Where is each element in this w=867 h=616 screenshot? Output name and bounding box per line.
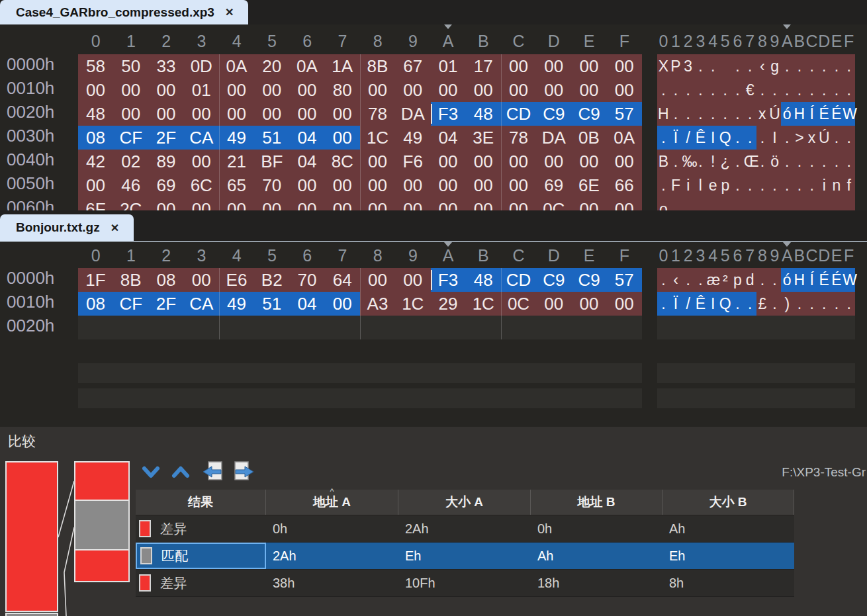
ascii-char[interactable]: .	[682, 197, 694, 210]
ascii-char[interactable]: .	[831, 292, 843, 316]
ascii-char[interactable]: .	[731, 150, 744, 173]
ascii-char[interactable]: .	[831, 54, 843, 78]
ascii-char[interactable]: .	[781, 78, 794, 102]
ascii-char[interactable]: .	[831, 197, 843, 210]
ascii-char[interactable]: .	[768, 197, 781, 210]
hex-byte[interactable]: 51	[254, 292, 289, 316]
ascii-char[interactable]: .	[794, 54, 806, 78]
table-row[interactable]: 差异38h10Fh18h8h	[136, 570, 794, 597]
hex-byte[interactable]: 1C	[395, 292, 430, 316]
ascii-char[interactable]: É	[818, 268, 831, 292]
column-header-0[interactable]: 结果	[136, 490, 266, 515]
hex-byte[interactable]: 67	[395, 54, 430, 78]
ascii-char[interactable]: n	[831, 173, 843, 197]
ascii-char[interactable]: £	[756, 292, 769, 316]
hex-byte[interactable]: F3	[431, 268, 466, 292]
ascii-char[interactable]: )	[781, 292, 794, 316]
hex-byte[interactable]: 00	[254, 197, 289, 210]
ascii-char[interactable]: /	[682, 126, 694, 150]
tab-file-b[interactable]: Bonjour.txt.gz ✕	[0, 214, 134, 241]
tab-file-a[interactable]: Case4_GARbro_compressed.xp3 ✕	[0, 0, 248, 24]
ascii-char[interactable]: .	[768, 268, 781, 292]
ascii-char[interactable]: É	[831, 268, 843, 292]
hex-byte[interactable]: 00	[572, 54, 607, 78]
ascii-char[interactable]: .	[744, 197, 756, 210]
hex-byte[interactable]: CF	[113, 292, 148, 316]
hex-byte[interactable]: 70	[290, 268, 325, 292]
hex-byte[interactable]: 00	[254, 78, 289, 102]
hex-byte[interactable]: 46	[113, 173, 148, 197]
ascii-char[interactable]: ‰	[682, 150, 694, 173]
hex-byte[interactable]: 00	[431, 150, 466, 173]
hex-byte[interactable]: 0A	[219, 54, 254, 78]
hex-byte[interactable]: DA	[395, 102, 430, 126]
ascii-char[interactable]: o	[657, 197, 670, 210]
ascii-char[interactable]: l	[694, 173, 707, 197]
hex-byte[interactable]: 0B	[572, 126, 607, 150]
ascii-char[interactable]: I	[707, 126, 719, 150]
ascii-char[interactable]: p	[731, 268, 744, 292]
table-row[interactable]: 差异0h2Ah0hAh	[136, 515, 794, 543]
hex-byte[interactable]: 20	[254, 54, 289, 78]
hex-byte[interactable]: CD	[501, 102, 536, 126]
ascii-char[interactable]: .	[794, 292, 806, 316]
ascii-char[interactable]: .	[694, 54, 707, 78]
hex-byte[interactable]: 6F	[78, 197, 113, 210]
ascii-char[interactable]: .	[818, 197, 831, 210]
hex-byte[interactable]: 1A	[325, 54, 360, 78]
ascii-char[interactable]: .	[719, 102, 731, 126]
hex-byte[interactable]: 3E	[466, 126, 501, 150]
hex-byte[interactable]: 50	[113, 54, 148, 78]
hex-byte[interactable]: C9	[572, 268, 607, 292]
hex-byte[interactable]: 00	[395, 78, 430, 102]
ascii-char[interactable]: e	[707, 173, 719, 197]
ascii-char[interactable]: /	[682, 292, 694, 316]
hex-byte[interactable]: 49	[219, 292, 254, 316]
ascii-char[interactable]: .	[756, 78, 769, 102]
ascii-char[interactable]: ó	[781, 268, 794, 292]
ascii-char[interactable]: .	[744, 292, 756, 316]
ascii-char[interactable]: .	[707, 54, 719, 78]
hex-byte[interactable]: 0C	[536, 197, 571, 210]
hex-byte[interactable]: C9	[536, 268, 571, 292]
hex-byte[interactable]: 00	[572, 292, 607, 316]
column-header-4[interactable]: 大小 B	[662, 490, 794, 515]
overview-segment-diff[interactable]	[74, 549, 130, 582]
hex-byte[interactable]: 01	[431, 54, 466, 78]
ascii-char[interactable]: Ê	[694, 126, 707, 150]
hex-byte[interactable]: 65	[219, 173, 254, 197]
ascii-char[interactable]: .	[694, 197, 707, 210]
hex-byte[interactable]: 21	[219, 150, 254, 173]
hex-byte[interactable]: 00	[290, 78, 325, 102]
hex-byte[interactable]: 00	[290, 102, 325, 126]
ascii-char[interactable]: Ú	[768, 102, 781, 126]
ascii-char[interactable]: .	[805, 292, 818, 316]
hex-byte[interactable]: 78	[501, 126, 536, 150]
ascii-char[interactable]: .	[731, 78, 744, 102]
ascii-char[interactable]: p	[719, 173, 731, 197]
ascii-char[interactable]: 3	[682, 54, 694, 78]
ascii-char[interactable]: W	[843, 268, 855, 292]
ascii-char[interactable]: .	[744, 102, 756, 126]
hex-byte[interactable]: 8B	[360, 54, 395, 78]
ascii-char[interactable]: W	[843, 102, 855, 126]
ascii-char[interactable]: .	[682, 78, 694, 102]
ascii-char[interactable]: .	[731, 173, 744, 197]
hex-byte[interactable]: 00	[184, 268, 219, 292]
ascii-char[interactable]: .	[719, 197, 731, 210]
ascii-char[interactable]: Í	[805, 268, 818, 292]
hex-byte[interactable]: 00	[325, 292, 360, 316]
ascii-char[interactable]: .	[694, 102, 707, 126]
ascii-char[interactable]: ²	[719, 268, 731, 292]
hex-byte[interactable]: 00	[466, 197, 501, 210]
ascii-char[interactable]: .	[768, 78, 781, 102]
ascii-char[interactable]: ¿	[719, 150, 731, 173]
ascii-char[interactable]: .	[818, 54, 831, 78]
hex-byte[interactable]: 00	[466, 78, 501, 102]
hex-byte[interactable]: 00	[395, 268, 430, 292]
ascii-char[interactable]: d	[744, 268, 756, 292]
hex-byte[interactable]: 00	[572, 197, 607, 210]
hex-byte[interactable]: DA	[536, 126, 571, 150]
hex-byte[interactable]: 42	[78, 150, 113, 173]
ascii-char[interactable]: .	[794, 150, 806, 173]
